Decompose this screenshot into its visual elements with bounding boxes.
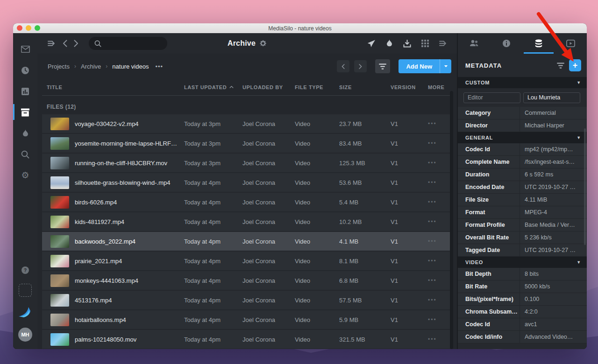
row-more-button[interactable]: ••• [428,199,451,205]
tab-info[interactable] [490,33,522,54]
share-button[interactable] [367,40,376,48]
breadcrumb-archive[interactable]: Archive [81,63,101,70]
grid-view-button[interactable] [421,40,429,47]
file-version: V1 [391,238,428,245]
tab-people[interactable] [458,33,490,54]
section-custom[interactable]: CUSTOM ▼ [458,77,587,88]
metadata-filter-button[interactable] [557,63,564,69]
share-icon [367,40,376,48]
row-more-button[interactable]: ••• [428,336,451,343]
table-row-selected[interactable]: backwoods_2022.mp4 Today at 4pm Joel Cor… [42,232,451,251]
row-more-button[interactable]: ••• [428,238,451,245]
table-row[interactable]: voyage-030422-v2.mp4 Today at 3pm Joel C… [42,114,451,133]
sidebar-item-mail[interactable] [13,39,37,60]
row-more-button[interactable]: ••• [428,218,451,225]
page-prev-button[interactable] [337,60,349,72]
metadata-label: Bit Rate [458,283,520,290]
sidebar-item-activity[interactable] [13,123,37,144]
row-more-button[interactable]: ••• [428,179,451,186]
sidebar-item-settings[interactable]: ⚙ [13,165,37,186]
grid-icon [421,40,429,47]
row-more-button[interactable]: ••• [428,258,451,264]
tab-metadata[interactable] [522,33,555,54]
archive-icon [21,108,30,117]
row-more-button[interactable]: ••• [428,277,451,284]
user-avatar[interactable]: MH [18,328,32,342]
add-metadata-button[interactable]: + [569,59,581,71]
table-row[interactable]: 4513176.mp4 Today at 4pm Joel Corona Vid… [42,291,451,309]
back-button[interactable] [63,40,67,47]
custom-value-input[interactable] [523,92,580,103]
metadata-label: Complete Name [458,159,520,165]
help-button[interactable]: ? [21,266,29,274]
metadata-label: Codec Id [458,146,520,153]
column-uploaded-by[interactable]: UPLOADED BY [242,84,295,90]
drop-target-placeholder[interactable] [19,284,32,297]
chevron-down-icon [444,65,448,68]
row-more-button[interactable]: ••• [428,316,451,323]
file-uploader: Joel Corona [242,160,295,167]
page-settings-gear-icon[interactable] [259,40,267,47]
row-more-button[interactable]: ••• [428,120,451,127]
metadata-label: Bit Depth [458,271,520,277]
file-updated: Today at 3pm [184,160,242,167]
search-bar[interactable] [89,37,167,50]
file-title: yosemite-morning-time-lapse-HLRF75E.... [75,140,184,147]
file-updated: Today at 4pm [184,336,242,343]
breadcrumb-more-button[interactable]: ••• [155,63,163,70]
panel-toggle-button[interactable] [48,40,56,47]
breadcrumb-projects[interactable]: Projects [48,63,70,70]
sidebar-item-search[interactable] [13,144,37,165]
metadata-value: Commercial [520,107,587,119]
column-title[interactable]: TITLE [42,84,184,90]
panel-scrollbar[interactable] [584,128,586,245]
filter-funnel-icon [557,63,564,69]
filter-button[interactable] [375,59,390,73]
table-row[interactable]: prairie_2021.mp4 Today at 4pm Joel Coron… [42,252,451,270]
minimize-window-button[interactable] [26,25,31,31]
video-thumbnail [50,294,69,307]
table-row[interactable]: running-on-the-cliff-H8JCBRY.mov Today a… [42,154,451,172]
file-type: Video [295,336,339,343]
file-title: 4513176.mp4 [75,297,184,304]
custom-key-input[interactable] [463,92,520,103]
table-row[interactable]: palms-102148050.mov Today at 4pm Joel Co… [42,330,451,349]
chevron-right-icon: › [74,63,76,70]
file-updated: Today at 4pm [184,297,242,304]
forward-button[interactable] [74,40,78,47]
content-scrollbar[interactable] [450,91,453,349]
metadata-row: Codec Idmp42 (mp42/mp… [458,143,587,156]
activity-button[interactable] [386,39,393,48]
sidebar-item-recent[interactable] [13,60,37,81]
close-window-button[interactable] [17,25,22,31]
column-last-updated[interactable]: LAST UPDATED [184,84,242,90]
row-more-button[interactable]: ••• [428,160,451,166]
zoom-window-button[interactable] [35,25,40,31]
column-size[interactable]: SIZE [339,84,391,90]
add-new-dropdown-button[interactable] [440,59,451,73]
tab-video[interactable] [555,33,587,54]
metadata-label: Format [458,209,520,216]
row-more-button[interactable]: ••• [428,297,451,303]
add-new-button[interactable]: Add New [399,59,440,73]
page-next-button[interactable] [354,60,367,72]
column-file-type[interactable]: FILE TYPE [295,84,339,90]
table-row[interactable]: monkeys-4441063.mp4 Today at 4pm Joel Co… [42,271,451,290]
row-more-button[interactable]: ••• [428,140,451,147]
table-row[interactable]: silhouette-grass-blowing-wind-.mp4 Today… [42,173,451,192]
table-row[interactable]: kids-4811927.mp4 Today at 4pm Joel Coron… [42,212,451,231]
sidebar-item-projects[interactable] [13,102,37,123]
section-general[interactable]: GENERAL ▼ [458,132,587,143]
sidebar-item-reports[interactable] [13,81,37,102]
list-view-button[interactable] [439,40,448,47]
search-input[interactable] [105,40,161,47]
table-row[interactable]: hotairballoons.mp4 Today at 4pm Joel Cor… [42,310,451,329]
column-version[interactable]: VERSION [391,84,428,90]
table-row[interactable]: birds-6026.mp4 Today at 4pm Joel Corona … [42,193,451,211]
breadcrumb: Projects › Archive › nature videos ••• [48,63,163,70]
panel-toggle-icon [48,40,56,47]
table-row[interactable]: yosemite-morning-time-lapse-HLRF75E.... … [42,134,451,153]
download-button[interactable] [403,40,411,48]
section-video[interactable]: VIDEO ▼ [458,257,587,268]
files-group-label: FILES (12) [47,104,451,110]
